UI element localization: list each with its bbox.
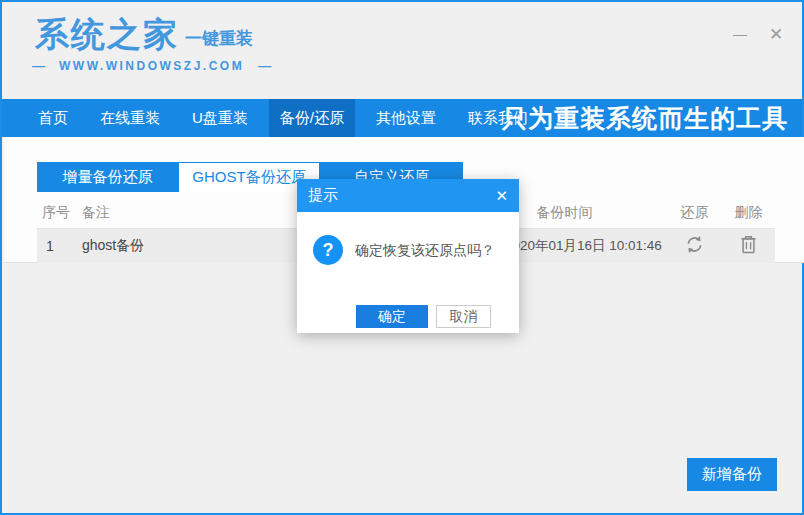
logo-subtitle: 一键重装 xyxy=(185,27,253,50)
nav-slogan: 只为重装系统而生的工具 xyxy=(502,99,788,137)
dialog-ok-button[interactable]: 确定 xyxy=(356,305,428,328)
dialog-header: 提示 ✕ xyxy=(297,179,519,212)
confirm-dialog: 提示 ✕ ? 确定恢复该还原点吗？ 确定 取消 xyxy=(297,179,519,333)
app-window: 系统之家 一键重装 — WWW.WINDOWSZJ.COM — — ✕ 首页 在… xyxy=(0,0,804,515)
delete-button[interactable] xyxy=(722,234,775,258)
nav-item-usb-reinstall[interactable]: U盘重装 xyxy=(181,99,259,137)
refresh-icon xyxy=(684,234,705,258)
add-backup-button[interactable]: 新增备份 xyxy=(687,458,777,491)
titlebar: 系统之家 一键重装 — WWW.WINDOWSZJ.COM — — ✕ xyxy=(2,2,802,99)
trash-icon xyxy=(739,234,758,258)
question-icon: ? xyxy=(313,235,343,265)
tab-incremental-backup-restore[interactable]: 增量备份还原 xyxy=(37,162,178,192)
dialog-message: 确定恢复该还原点吗？ xyxy=(355,242,495,260)
dash-left: — xyxy=(32,58,45,73)
dialog-cancel-button[interactable]: 取消 xyxy=(436,305,491,328)
dialog-title: 提示 xyxy=(308,186,338,205)
col-header-index: 序号 xyxy=(37,204,77,222)
main-nav: 首页 在线重装 U盘重装 备份/还原 其他设置 联系我们 只为重装系统而生的工具 xyxy=(2,99,802,137)
nav-item-backup-restore[interactable]: 备份/还原 xyxy=(269,99,355,137)
nav-item-home[interactable]: 首页 xyxy=(27,99,79,137)
dash-right: — xyxy=(258,58,271,73)
nav-item-online-reinstall[interactable]: 在线重装 xyxy=(89,99,171,137)
site-url-row: — WWW.WINDOWSZJ.COM — xyxy=(32,58,271,73)
col-header-delete: 删除 xyxy=(722,204,775,222)
restore-button[interactable] xyxy=(667,234,722,258)
brand-logo: 系统之家 一键重装 xyxy=(35,16,253,53)
logo-text: 系统之家 xyxy=(35,16,179,53)
close-icon[interactable]: ✕ xyxy=(766,24,786,44)
nav-item-other-settings[interactable]: 其他设置 xyxy=(365,99,447,137)
row-index: 1 xyxy=(37,238,77,254)
window-controls: — ✕ xyxy=(730,24,786,44)
nav-items: 首页 在线重装 U盘重装 备份/还原 其他设置 联系我们 xyxy=(2,99,544,137)
site-url: WWW.WINDOWSZJ.COM xyxy=(59,59,244,73)
minimize-icon[interactable]: — xyxy=(730,24,750,44)
col-header-restore: 还原 xyxy=(667,204,722,222)
dialog-close-icon[interactable]: ✕ xyxy=(495,187,508,205)
